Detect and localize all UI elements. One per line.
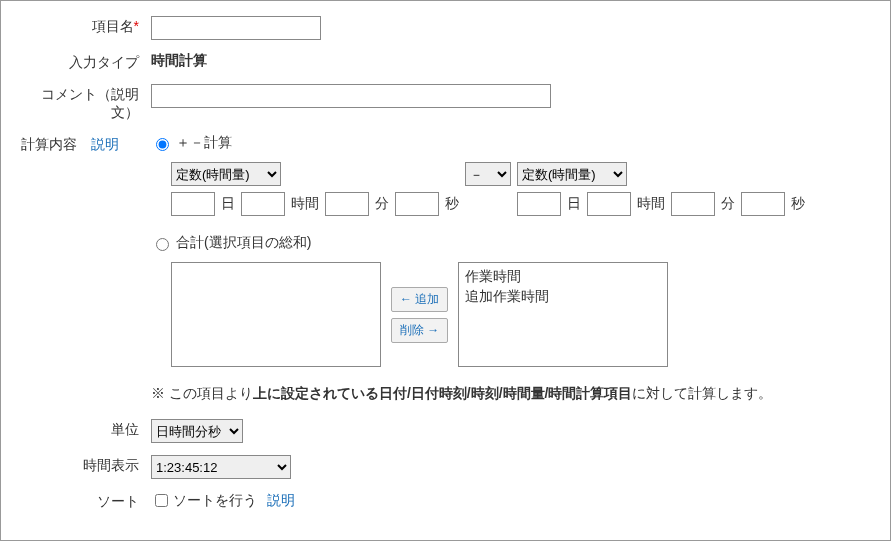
sort-label: ソート xyxy=(21,491,151,511)
available-items-listbox[interactable]: 作業時間 追加作業時間 xyxy=(458,262,668,367)
item-name-input[interactable] xyxy=(151,16,321,40)
add-button[interactable]: ← 追加 xyxy=(391,287,448,312)
required-mark: * xyxy=(134,18,139,34)
time-display-label: 時間表示 xyxy=(21,455,151,475)
day-unit-label-2: 日 xyxy=(567,195,581,213)
sort-checkbox[interactable] xyxy=(155,494,168,507)
left-minute-input[interactable] xyxy=(325,192,369,216)
right-day-input[interactable] xyxy=(517,192,561,216)
right-hour-input[interactable] xyxy=(587,192,631,216)
minute-unit-label-2: 分 xyxy=(721,195,735,213)
left-hour-input[interactable] xyxy=(241,192,285,216)
operator-select[interactable]: － xyxy=(465,162,511,186)
left-const-select[interactable]: 定数(時間量) xyxy=(171,162,281,186)
calc-content-label: 計算内容 説明 xyxy=(21,134,151,154)
right-second-input[interactable] xyxy=(741,192,785,216)
right-minute-input[interactable] xyxy=(671,192,715,216)
selected-items-listbox[interactable] xyxy=(171,262,381,367)
item-name-label: 項目名* xyxy=(21,16,151,36)
second-unit-label-2: 秒 xyxy=(791,195,805,213)
time-display-select[interactable]: 1:23:45:12 xyxy=(151,455,291,479)
minute-unit-label: 分 xyxy=(375,195,389,213)
sum-radio-label: 合計(選択項目の総和) xyxy=(176,234,311,252)
list-item[interactable]: 追加作業時間 xyxy=(465,287,661,307)
comment-label: コメント（説明文） xyxy=(21,84,151,122)
hour-unit-label-2: 時間 xyxy=(637,195,665,213)
plus-minus-radio-label: ＋－計算 xyxy=(176,134,232,152)
sort-checkbox-label: ソートを行う xyxy=(173,492,257,510)
list-item[interactable]: 作業時間 xyxy=(465,267,661,287)
input-type-value: 時間計算 xyxy=(151,52,207,68)
hour-unit-label: 時間 xyxy=(291,195,319,213)
remove-button[interactable]: 削除 → xyxy=(391,318,448,343)
comment-input[interactable] xyxy=(151,84,551,108)
sum-radio[interactable] xyxy=(156,238,169,251)
unit-select[interactable]: 日時間分秒 xyxy=(151,419,243,443)
calc-explain-link[interactable]: 説明 xyxy=(91,136,119,154)
sort-explain-link[interactable]: 説明 xyxy=(267,492,295,510)
left-day-input[interactable] xyxy=(171,192,215,216)
second-unit-label: 秒 xyxy=(445,195,459,213)
calc-note: ※ この項目より上に設定されている日付/日付時刻/時刻/時間量/時間計算項目に対… xyxy=(151,385,870,403)
input-type-label: 入力タイプ xyxy=(21,52,151,72)
right-const-select[interactable]: 定数(時間量) xyxy=(517,162,627,186)
unit-label: 単位 xyxy=(21,419,151,439)
plus-minus-radio[interactable] xyxy=(156,138,169,151)
left-second-input[interactable] xyxy=(395,192,439,216)
day-unit-label: 日 xyxy=(221,195,235,213)
